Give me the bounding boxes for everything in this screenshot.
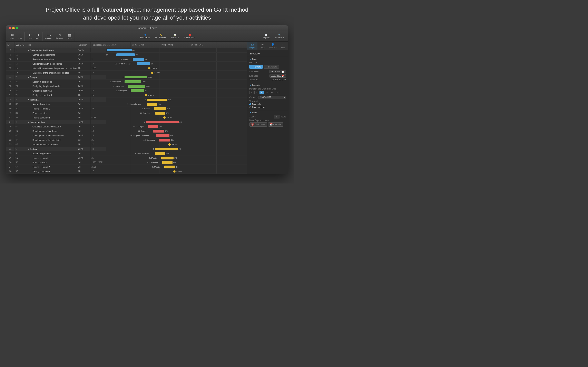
table-row[interactable]: 01▼Statement of the Problem1w 1h xyxy=(6,48,106,53)
bar-task-label: 3.3 Developer xyxy=(140,112,151,114)
calendar-button[interactable]: 📅 Calendar xyxy=(268,122,284,127)
critical-path-button[interactable]: 🔴 Critical Path xyxy=(182,33,197,39)
gantt-bar[interactable]: 0% xyxy=(116,53,135,56)
table-row[interactable]: 285.5Testing completed0h27 xyxy=(6,169,106,174)
gantt-bar[interactable]: 0% xyxy=(155,112,165,115)
set-baseline-button[interactable]: 📏 Set Baseline xyxy=(153,33,168,39)
close-button[interactable] xyxy=(9,27,11,29)
table-row[interactable]: 234.5Implementation completed0h22 xyxy=(6,142,106,147)
add-button[interactable]: ＋ Add xyxy=(16,33,24,40)
date-time-radio-dot[interactable] xyxy=(249,106,251,108)
gantt-bar[interactable]: 0% xyxy=(161,157,173,159)
table-row[interactable]: 383▼Testing 12d 4h17 xyxy=(6,98,106,102)
maximize-button[interactable] xyxy=(16,27,18,29)
table-row[interactable]: 255.1Assembling release1d xyxy=(6,151,106,156)
table-row[interactable]: 356▼Acceptance2d28 xyxy=(6,174,106,174)
inspector-tab-view[interactable]: 👁 View xyxy=(258,42,268,50)
table-row[interactable]: 265.2Testing – Round 11d 4h25 xyxy=(6,156,106,160)
chart-row: 0%5.2 Tester xyxy=(106,156,247,160)
grid-line xyxy=(190,138,190,142)
gantt-bar[interactable]: 100% xyxy=(125,80,141,83)
end-date-field[interactable]: 07.08.2020 📅 xyxy=(269,74,286,78)
gantt-bar[interactable]: 53% xyxy=(125,76,147,78)
table-row[interactable]: 172.4Design is completed0h15 xyxy=(6,93,106,98)
table-row[interactable]: 142.1Design a logic model2d xyxy=(6,80,106,84)
hours-value[interactable]: 8 xyxy=(274,115,280,118)
table-row[interactable]: 214.3Development of business services1d … xyxy=(6,133,106,138)
gantt-bar[interactable]: 0% xyxy=(154,107,166,110)
table-row[interactable]: 244▼Implementation4d 4h xyxy=(6,120,106,124)
cell-id: 0 xyxy=(6,48,15,52)
table-row[interactable]: 413.3Error correction1d xyxy=(6,111,106,115)
gantt-bar[interactable]: 0% xyxy=(107,49,132,51)
resources-button[interactable]: 👤 Resources xyxy=(138,33,152,39)
time-unit-button[interactable]: d xyxy=(259,91,264,94)
grid-line xyxy=(216,124,217,129)
forward-button[interactable]: → Forward xyxy=(249,65,263,69)
inspector-tab-task[interactable]: ✓ Task xyxy=(278,42,288,50)
table-row[interactable]: 433.4Testing completed0h41FF xyxy=(6,115,106,120)
grid-line xyxy=(190,48,190,52)
table-row[interactable]: 162.3Creating a Test Plan1d 5h14 xyxy=(6,89,106,93)
minimize-button[interactable] xyxy=(12,27,15,29)
time-unit-button[interactable]: y xyxy=(275,91,279,94)
time-unit-button[interactable]: h xyxy=(254,91,259,94)
gantt-bar[interactable]: 0% xyxy=(153,130,164,133)
table-row[interactable]: 442▼Design3d 5h xyxy=(6,75,106,80)
table-row[interactable]: 315▼Testing2d 4h44 xyxy=(6,147,106,151)
table-row[interactable]: 11.1Gathering requirements2d 2h xyxy=(6,53,106,57)
gantt-bar[interactable]: 0% xyxy=(137,62,150,65)
reports-button[interactable]: 📄 Reports xyxy=(261,33,272,39)
table-row[interactable]: 111.3Coordination with the customer1d 7h… xyxy=(6,62,106,66)
group-button[interactable]: ▦ Group xyxy=(66,33,73,40)
grid-line xyxy=(159,57,159,61)
traffic-lights xyxy=(9,27,18,29)
table-row[interactable]: 131.5Statement of the problem is complet… xyxy=(6,71,106,75)
gantt-bar[interactable]: 0% xyxy=(155,148,178,150)
date-only-radio-dot[interactable] xyxy=(249,103,251,105)
work-hours-button[interactable]: ⏰ Work Hours xyxy=(249,122,267,127)
gantt-bar[interactable]: 0% xyxy=(131,89,144,92)
time-unit-button[interactable]: mo xyxy=(270,91,274,94)
table-row[interactable]: 152.2Designing the physical model2d 3h xyxy=(6,84,106,89)
disconnect-button[interactable]: ⟤ Disconnect xyxy=(54,33,66,40)
table-row[interactable]: 101.2Requirements Analysis1d1 xyxy=(6,57,106,62)
inspector-tab-resource[interactable]: 👤 Resource xyxy=(268,42,278,50)
cell-duration: 1d 4h xyxy=(77,156,91,160)
gantt-bar[interactable]: 0% xyxy=(156,134,169,137)
chart-row: 2.4 0% xyxy=(106,93,247,98)
time-unit-button[interactable]: w xyxy=(265,91,269,94)
view-button[interactable]: ⊞ View xyxy=(9,33,16,40)
gantt-bar[interactable]: 0% xyxy=(155,152,165,155)
time-unit-button[interactable]: m xyxy=(249,91,254,94)
chart-header: 21 - 26 Jul27 Jul - 2 Aug3 Aug - 9 Aug10… xyxy=(106,42,247,48)
table-row[interactable]: 393.1Assembling release1d xyxy=(6,102,106,106)
gantt-bar[interactable]: 0% xyxy=(146,121,179,123)
gantt-bar[interactable]: 0% xyxy=(162,161,173,164)
undo-button[interactable]: ↩ Undo xyxy=(26,33,34,40)
chart-row: 0%5.1 Administrator xyxy=(106,151,247,156)
redo-button[interactable]: ↪ Redo xyxy=(34,33,42,40)
table-row[interactable]: 184.1Creating a database structure1d15 xyxy=(6,124,106,129)
table-row[interactable]: 275.4Testing – Round 21d25SS xyxy=(6,165,106,169)
start-date-field[interactable]: 28.07.2020 📅 xyxy=(269,70,286,73)
table-row[interactable]: 224.4Development of the client side1d21 xyxy=(6,138,106,142)
gantt-bar[interactable]: 0% xyxy=(159,139,170,142)
gantt-bar[interactable]: 0% xyxy=(133,58,144,61)
gantt-bar[interactable]: 0% xyxy=(148,125,158,128)
inspector-tab-project[interactable]: 🗂 Project xyxy=(247,42,258,50)
connect-button[interactable]: ⟷ Connect xyxy=(44,33,53,40)
gantt-bar[interactable]: 50% xyxy=(128,85,145,88)
currency-select[interactable]: 1 234.56 US$ ▾ xyxy=(258,96,286,99)
inspectors-button[interactable]: 🔍 Inspectors xyxy=(273,33,286,39)
gantt-bar[interactable]: 0% xyxy=(147,103,157,106)
backward-button[interactable]: ← Backward xyxy=(264,65,279,69)
gantt-bar[interactable]: 0% xyxy=(164,166,175,168)
baseline-button[interactable]: 📊 Baseline xyxy=(169,33,181,39)
table-row[interactable]: 121.4Internal formulation of the problem… xyxy=(6,66,106,71)
table-row[interactable]: 305.3Error correction1d25SS; 26SF xyxy=(6,160,106,165)
grid-line xyxy=(216,71,217,75)
gantt-bar[interactable]: 0% xyxy=(147,99,167,101)
table-row[interactable]: 403.2Testing – Round 11d 4h39 xyxy=(6,106,106,111)
table-row[interactable]: 204.2Development of interfaces1d18 xyxy=(6,129,106,133)
